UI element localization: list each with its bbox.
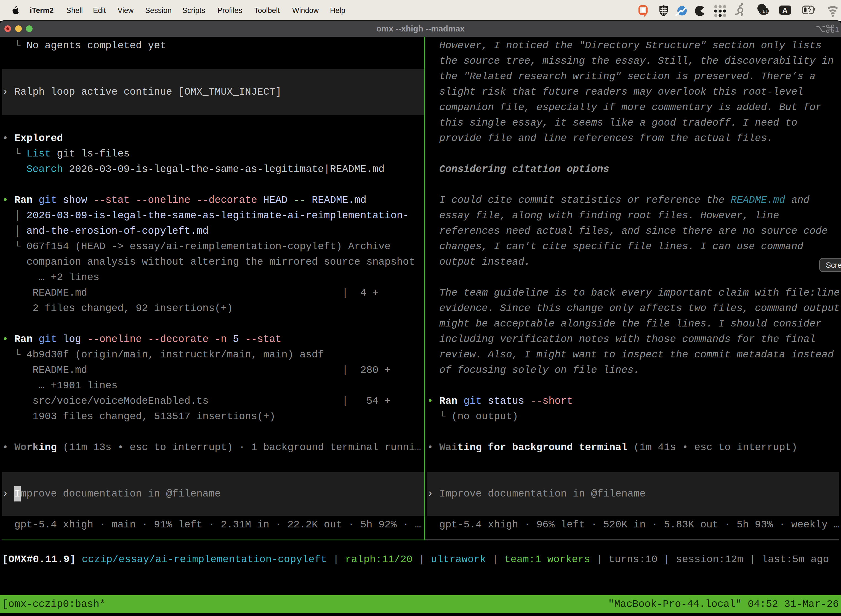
svg-text:1: 1 [835, 25, 839, 34]
svg-text:A: A [782, 6, 788, 15]
svg-text:..61: ..61 [760, 9, 768, 14]
